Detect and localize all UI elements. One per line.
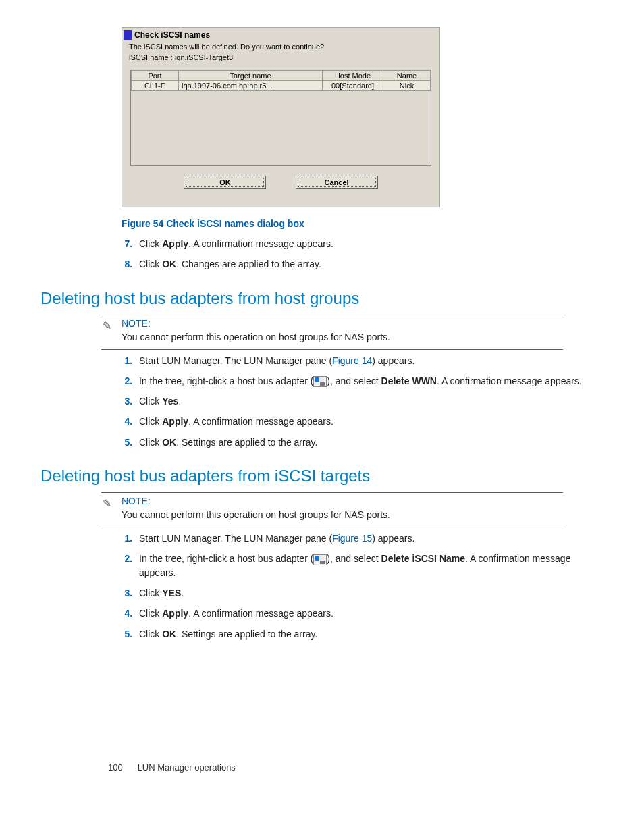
col-hostmode: Host Mode [323,71,383,81]
iscsi-name-value: iqn.iSCSI-Target3 [175,53,233,61]
section1-steps: Start LUN Manager. The LUN Manager pane … [108,354,590,449]
note-block-2: ✎ NOTE: You cannot perform this operatio… [101,492,563,527]
step: Click Yes. [135,394,590,408]
section-heading-iscsi-targets: Deleting host bus adapters from iSCSI ta… [41,467,590,486]
step: Click YES. [135,586,590,600]
hba-icon [313,376,327,387]
cell-name: Nick [383,81,431,91]
cell-target: iqn.1997-06.com.hp:hp.r5... [179,81,323,91]
dialog-table: Port Target name Host Mode Name CL1-E iq… [130,70,431,166]
iscsi-name-label: iSCSI name : [129,53,173,61]
ok-button[interactable]: OK [184,176,266,189]
col-target: Target name [179,71,323,81]
figure-15-link[interactable]: Figure 15 [332,533,372,544]
section2-steps: Start LUN Manager. The LUN Manager pane … [108,531,590,641]
cell-port: CL1-E [132,81,179,91]
step: Click Apply. A confirmation message appe… [135,606,590,620]
page-number: 100 [108,762,135,773]
dialog-icon [124,30,132,40]
step: Click OK. Settings are applied to the ar… [135,627,590,641]
footer-section: LUN Manager operations [138,762,236,773]
note-label: NOTE: [122,496,563,506]
note-block-1: ✎ NOTE: You cannot perform this operatio… [101,315,563,350]
col-name: Name [383,71,431,81]
cell-mode: 00[Standard] [323,81,383,91]
step: In the tree, right-click a host bus adap… [135,374,590,388]
check-iscsi-dialog: Check iSCSI names The iSCSI names will b… [122,27,440,207]
step: Click Apply. A confirmation message appe… [135,415,590,428]
top-continuation-steps: Click Apply. A confirmation message appe… [108,237,590,271]
step: Start LUN Manager. The LUN Manager pane … [135,354,590,367]
step-7: Click Apply. A confirmation message appe… [135,237,590,251]
dialog-message: The iSCSI names will be defined. Do you … [122,41,439,52]
figure-caption: Figure 54 Check iSCSI names dialog box [122,218,590,229]
page-footer: 100 LUN Manager operations [41,762,590,786]
note-label: NOTE: [122,318,563,329]
note-icon: ✎ [103,319,111,332]
col-port: Port [132,71,179,81]
hba-icon [313,554,327,565]
step: Click OK. Settings are applied to the ar… [135,436,590,449]
note-icon: ✎ [103,497,111,510]
section-heading-host-groups: Deleting host bus adapters from host gro… [41,289,590,308]
figure-14-link[interactable]: Figure 14 [332,355,372,366]
step: In the tree, right-click a host bus adap… [135,552,590,579]
step-8: Click OK. Changes are applied to the arr… [135,257,590,271]
note-text: You cannot perform this operation on hos… [122,509,563,520]
step: Start LUN Manager. The LUN Manager pane … [135,531,590,545]
dialog-title: Check iSCSI names [134,30,210,40]
note-text: You cannot perform this operation on hos… [122,332,563,342]
table-row[interactable]: CL1-E iqn.1997-06.com.hp:hp.r5... 00[Sta… [132,81,431,91]
cancel-button[interactable]: Cancel [296,176,378,189]
